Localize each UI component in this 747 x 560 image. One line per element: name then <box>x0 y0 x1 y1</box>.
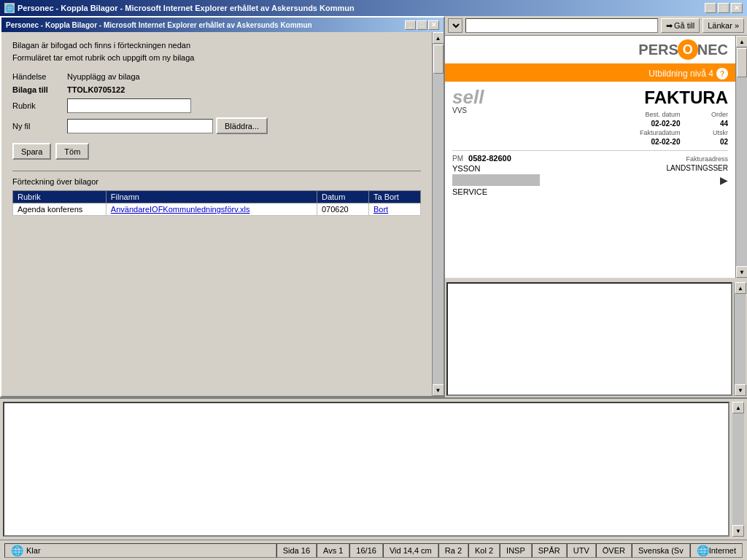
scroll-thumb[interactable] <box>433 44 444 74</box>
second-scroll-down[interactable]: ▼ <box>735 384 746 396</box>
minimize-btn[interactable]: _ <box>705 3 716 13</box>
col-datum: Datum <box>317 191 368 203</box>
second-scroll-up[interactable]: ▲ <box>735 282 746 294</box>
table-row: Agenda konferens AnvändareIOFKommunledni… <box>13 203 421 216</box>
second-panel-scrollbar: ▲ ▼ <box>734 282 746 396</box>
row-filnamn[interactable]: AnvändareIOFKommunledningsförv.xls <box>106 203 317 216</box>
window-title: Personec - Koppla Bilagor - Microsoft In… <box>18 4 355 12</box>
statusbar: 🌐 Klar Sida 16 Avs 1 16/16 Vid 14,4 cm R… <box>0 540 747 560</box>
order-value: 44 <box>687 120 728 128</box>
bottom-scroll-down[interactable]: ▼ <box>732 525 744 537</box>
ie-address-bar: ▼ ➡ Gå till Länkar » <box>448 18 744 33</box>
browser-scroll-up[interactable]: ▲ <box>736 36 747 47</box>
file-link[interactable]: AnvändareIOFKommunledningsförv.xls <box>111 205 250 214</box>
attachments-table: Rubrik Filnamn Datum Ta Bort Agenda konf… <box>12 190 421 216</box>
utskr-value: 02 <box>687 138 728 146</box>
action-buttons: Spara Töm <box>12 143 421 160</box>
go-button[interactable]: ➡ Gå till <box>661 18 700 33</box>
col-filnamn: Filnamn <box>106 191 317 203</box>
help-icon[interactable]: ? <box>716 68 728 79</box>
status-text: Klar <box>26 546 41 555</box>
address-dropdown[interactable]: ▼ <box>448 18 462 33</box>
ra-pane: Ra 2 <box>438 543 468 558</box>
address-label: Fakturaadress <box>686 155 728 163</box>
name-partial: YSSON <box>452 164 481 173</box>
utskr-label: Utskr <box>687 129 728 136</box>
dialog-titlebar: Personec - Koppla Bilagor - Microsoft In… <box>1 18 444 32</box>
browser-scrollbar: ▲ ▼ <box>735 36 747 278</box>
browser-main-content: PERSONEC Utbildning nivå 4 ? sell <box>445 36 747 278</box>
file-path-input[interactable] <box>67 119 213 133</box>
ny-fil-row: Ny fil Bläddra... <box>12 117 421 134</box>
row-tabort[interactable]: Bort <box>368 203 420 216</box>
dialog-content: Bilagan är bifogad och finns i förteckni… <box>1 32 432 396</box>
scroll-up-btn[interactable]: ▲ <box>433 32 444 44</box>
bilaga-label: Bilaga till <box>12 85 67 94</box>
col-rubrik: Rubrik <box>13 191 107 203</box>
rubrik-input[interactable] <box>67 98 191 113</box>
order-label: Order <box>687 111 728 118</box>
utv-pane: UTV <box>567 543 596 558</box>
lang-pane: Svenska (Sv <box>632 543 690 558</box>
window-icon: 🌐 <box>4 3 15 13</box>
bottom-scroll-track <box>732 413 744 525</box>
phone-label: PM <box>452 155 463 163</box>
scroll-right-indicator: ▶ <box>720 174 728 196</box>
browser-scroll-track <box>736 47 747 266</box>
maximize-btn[interactable]: □ <box>718 3 729 13</box>
avs-pane: Avs 1 <box>317 543 349 558</box>
vid-pane: Vid 14,4 cm <box>383 543 438 558</box>
delete-link[interactable]: Bort <box>374 205 388 214</box>
dialog-scrollbar: ▲ ▼ <box>432 32 444 396</box>
main-window-titlebar: 🌐 Personec - Koppla Bilagor - Microsoft … <box>0 0 747 16</box>
dialog-close[interactable]: ✕ <box>428 20 439 30</box>
bilaga-row: Bilaga till TTOLK0705122 <box>12 85 421 94</box>
personec-logo: PERSONEC <box>638 39 728 60</box>
insp-pane: INSP <box>500 543 532 558</box>
address-partial: LANDSTINGSSER <box>667 164 728 172</box>
scroll-down-btn[interactable]: ▼ <box>433 384 444 396</box>
clear-button[interactable]: Töm <box>55 143 89 160</box>
kol-pane: Kol 2 <box>468 543 500 558</box>
bottom-scroll-up[interactable]: ▲ <box>732 402 744 413</box>
second-content-area <box>446 282 732 396</box>
invoice-title: FAKTURA <box>640 88 728 108</box>
sida-pane: Sida 16 <box>276 543 317 558</box>
right-panel: ▼ ➡ Gå till Länkar » PERSONEC <box>445 16 747 397</box>
scroll-track <box>433 44 444 384</box>
handel-label: Händelse <box>12 72 67 81</box>
close-btn[interactable]: ✕ <box>731 3 743 13</box>
handel-row: Händelse Nyupplägg av bilaga <box>12 72 421 81</box>
personec-header: PERSONEC <box>445 36 735 66</box>
dialog-maximize[interactable]: □ <box>417 20 427 30</box>
dept-partial: SERVICE <box>452 187 540 196</box>
save-button[interactable]: Spara <box>12 143 51 160</box>
browser-scroll-thumb[interactable] <box>737 48 747 77</box>
browser-scroll-down[interactable]: ▼ <box>736 266 747 278</box>
training-banner: Utbildning nivå 4 ? <box>445 66 735 82</box>
links-button[interactable]: Länkar » <box>703 18 744 33</box>
second-scroll-track <box>735 294 746 384</box>
divider <box>12 171 421 171</box>
bottom-scrollbar: ▲ ▼ <box>732 402 744 537</box>
best-datum-label: Best. datum <box>640 111 681 118</box>
best-datum-value: 02-02-20 <box>640 120 681 128</box>
handel-value: Nyupplägg av bilaga <box>67 72 140 81</box>
spar-pane: SPÅR <box>532 543 567 558</box>
col-tabort: Ta Bort <box>368 191 420 203</box>
bottom-panel: ▲ ▼ <box>0 397 747 540</box>
company-name-partial: sell <box>452 88 484 106</box>
training-text: Utbildning nivå 4 <box>649 69 713 79</box>
bottom-content-area <box>3 402 729 537</box>
page-pane: 16/16 <box>349 543 383 558</box>
invoice-content: sell VVS FAKTURA Best. datum Order 0 <box>445 82 735 202</box>
browse-button[interactable]: Bläddra... <box>216 117 268 134</box>
ny-fil-label: Ny fil <box>12 122 67 131</box>
address-input[interactable] <box>465 18 658 33</box>
globe-icon: 🌐 <box>11 545 23 556</box>
invoice-area: PERSONEC Utbildning nivå 4 ? sell <box>445 36 735 278</box>
file-input-group: Bläddra... <box>67 117 268 134</box>
ie-toolbar: ▼ ➡ Gå till Länkar » <box>445 16 747 36</box>
dialog-title: Personec - Koppla Bilagor - Microsoft In… <box>6 21 312 29</box>
dialog-minimize[interactable]: _ <box>405 20 416 30</box>
